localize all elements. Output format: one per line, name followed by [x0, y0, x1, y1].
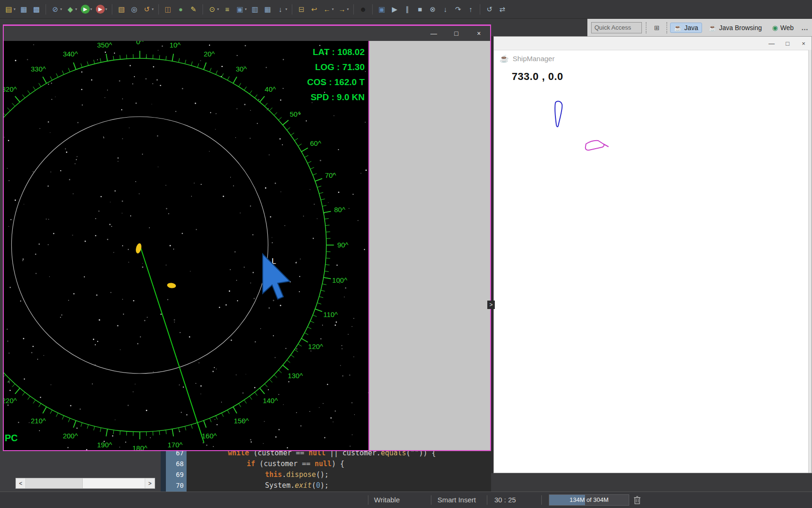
code-text: if (customer == null) { — [187, 459, 491, 469]
skip-breakpoints-icon: ⊘ — [51, 5, 60, 14]
suspend-icon[interactable]: ∥ — [401, 3, 413, 16]
main-toolbar-icons: ▤▾▦▩⊘▾◆▾▶▾▶▾▧◎↺▾◫●✎⊙▾≡▣▾▥▦↓▾⊟↩←▾→▾☻▣▶∥■⊗… — [3, 3, 508, 16]
perspective-button-java-browsing[interactable]: ☕Java Browsing — [705, 23, 766, 33]
step-filters-icon[interactable]: ⇄ — [496, 3, 508, 16]
code-line[interactable]: 70System.exit(0); — [166, 480, 491, 491]
close-button[interactable]: × — [796, 37, 812, 50]
status-bar: Writable Smart Insert 30 : 25 134M of 30… — [0, 492, 812, 508]
code-lines: 67while (customer == null || customer.eq… — [166, 448, 491, 491]
skip-breakpoints-icon[interactable]: ⊘▾ — [49, 3, 63, 16]
mark-occurrences-icon[interactable]: ≡ — [221, 3, 233, 16]
terminate-icon[interactable]: ■ — [414, 3, 426, 16]
open-perspective-icon[interactable]: ⊞ — [650, 23, 664, 33]
table-icon[interactable]: ▦ — [262, 3, 273, 16]
toolbar-overflow[interactable]: … — [801, 24, 808, 32]
dropdown-caret-icon[interactable]: ▾ — [105, 7, 107, 11]
perspective-button-java[interactable]: ☕Java — [670, 23, 702, 33]
dropdown-caret-icon[interactable]: ▾ — [285, 7, 287, 11]
type-hierarchy-icon[interactable]: ⊟ — [296, 3, 307, 16]
external-tools-icon[interactable]: ▶▾ — [94, 3, 109, 16]
last-edit-location-icon[interactable]: ↩ — [308, 3, 320, 16]
save-all-icon[interactable]: ▩ — [31, 3, 42, 16]
step-return-icon[interactable]: ↑ — [465, 3, 476, 16]
step-return-icon: ↑ — [466, 5, 475, 14]
run-icon[interactable]: ▶▾ — [79, 3, 94, 16]
compass-degree-label: 350^ — [97, 41, 112, 49]
radar-titlebar[interactable]: — □ × — [4, 26, 490, 41]
heap-status-gauge[interactable]: 134M of 304M — [549, 494, 629, 506]
toolbar-separator — [112, 4, 112, 15]
forward-icon[interactable]: →▾ — [336, 3, 350, 16]
back-icon[interactable]: ←▾ — [321, 3, 335, 16]
new-java-project-icon[interactable]: ▧ — [116, 3, 127, 16]
step-over-icon: ↷ — [453, 5, 462, 14]
vertical-scrollbar[interactable] — [808, 50, 812, 473]
run-garbage-collector-button[interactable] — [633, 495, 641, 506]
code-line[interactable]: 68if (customer == null) { — [166, 459, 491, 469]
insert-mode-status: Smart Insert — [437, 496, 476, 504]
console-view-icon[interactable]: ▣ — [376, 3, 388, 16]
dropdown-caret-icon[interactable]: ▾ — [90, 7, 92, 11]
horizontal-scrollbar[interactable]: < > — [16, 478, 155, 489]
new-class-icon[interactable]: ● — [175, 3, 187, 16]
resume-icon[interactable]: ▶ — [389, 3, 400, 16]
annotation-icon[interactable]: ✎ — [187, 3, 199, 16]
dropdown-caret-icon[interactable]: ▾ — [14, 7, 16, 11]
compass-degree-label: 40^ — [265, 85, 276, 93]
disconnect-icon[interactable]: ⊗ — [427, 3, 438, 16]
minimize-button[interactable]: — — [422, 26, 445, 41]
terminate-icon: ■ — [415, 5, 424, 14]
next-annotation-icon[interactable]: ↓▾ — [274, 3, 289, 16]
spd-readout: SPD : 9.0 KN — [307, 90, 365, 105]
dropdown-caret-icon[interactable]: ▾ — [217, 7, 219, 11]
minimized-trim-strip — [491, 36, 493, 473]
dropdown-caret-icon[interactable]: ▾ — [60, 7, 62, 11]
save-icon[interactable]: ▦ — [18, 3, 30, 16]
scrollbar-thumb[interactable] — [26, 478, 83, 488]
compass-degree-label: 220^ — [4, 397, 17, 405]
ship-plot-canvas[interactable] — [494, 50, 812, 473]
shipmanager-titlebar[interactable]: — □ × — [494, 37, 812, 50]
dropdown-caret-icon[interactable]: ▾ — [332, 7, 334, 11]
maximize-button[interactable]: □ — [445, 26, 468, 41]
code-line[interactable]: 69this.dispose(); — [166, 469, 491, 480]
history-icon: ↺ — [142, 5, 151, 14]
search-icon[interactable]: ⊙▾ — [206, 3, 220, 16]
file-icon[interactable]: ▥ — [249, 3, 261, 16]
save-icon: ▦ — [19, 5, 28, 14]
dropdown-caret-icon[interactable]: ▾ — [245, 7, 247, 11]
open-type-icon: ◎ — [130, 5, 139, 14]
open-type-icon[interactable]: ◎ — [128, 3, 140, 16]
open-console-icon[interactable]: ▣▾ — [234, 3, 248, 16]
close-button[interactable]: × — [468, 26, 490, 41]
restore-view-button[interactable]: > — [487, 301, 495, 309]
mouse-cursor-icon — [263, 254, 290, 299]
dropdown-caret-icon[interactable]: ▾ — [347, 7, 349, 11]
save-all-icon: ▩ — [32, 5, 41, 14]
step-over-icon[interactable]: ↷ — [452, 3, 464, 16]
user-icon[interactable]: ☻ — [357, 3, 369, 16]
back-icon: ← — [322, 5, 331, 14]
perspective-button-web[interactable]: ◉Web — [768, 23, 797, 33]
new-wizard-icon[interactable]: ▤▾ — [3, 3, 17, 16]
open-console-icon: ▣ — [235, 5, 244, 14]
maximize-button[interactable]: □ — [780, 37, 796, 50]
java-code-editor[interactable]: 67while (customer == null || customer.eq… — [166, 448, 491, 492]
step-filters-icon: ⇄ — [498, 5, 507, 14]
history-icon[interactable]: ↺▾ — [141, 3, 155, 16]
scroll-left-button[interactable]: < — [16, 478, 26, 488]
compass-degree-label: 120^ — [308, 342, 323, 350]
radar-scope[interactable]: 0^10^20^30^40^50^60^70^80^90^100^110^120… — [4, 41, 368, 450]
drop-to-frame-icon: ↺ — [485, 5, 494, 14]
minimize-button[interactable]: — — [764, 37, 780, 50]
compass-labels: 0^10^20^30^40^50^60^70^80^90^100^110^120… — [4, 41, 348, 450]
toolbar-separator — [46, 4, 46, 15]
dropdown-caret-icon[interactable]: ▾ — [75, 7, 77, 11]
dropdown-caret-icon[interactable]: ▾ — [152, 7, 154, 11]
scroll-right-button[interactable]: > — [145, 478, 155, 488]
debug-icon[interactable]: ◆▾ — [64, 3, 78, 16]
quick-access-input[interactable]: Quick Access — [591, 22, 642, 33]
new-package-icon[interactable]: ◫ — [162, 3, 174, 16]
step-into-icon[interactable]: ↓ — [439, 3, 451, 16]
drop-to-frame-icon[interactable]: ↺ — [484, 3, 495, 16]
